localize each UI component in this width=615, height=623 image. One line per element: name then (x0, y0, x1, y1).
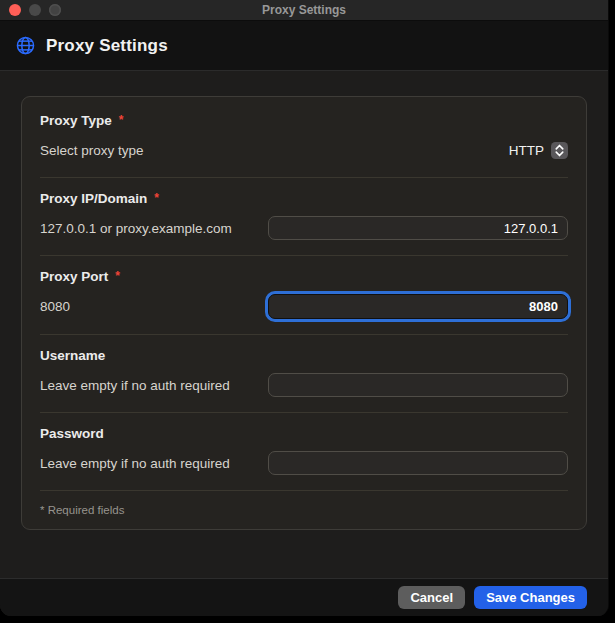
username-label: Username (40, 348, 105, 363)
window-title: Proxy Settings (0, 3, 608, 17)
field-proxy-type: Proxy Type * Select proxy type HTTP (40, 100, 568, 178)
settings-card: Proxy Type * Select proxy type HTTP (21, 96, 587, 530)
titlebar: Proxy Settings (0, 0, 608, 21)
password-field[interactable] (268, 451, 568, 475)
proxy-ip-input[interactable] (268, 216, 568, 240)
page-title: Proxy Settings (46, 36, 168, 56)
globe-icon (15, 35, 36, 56)
required-asterisk: * (154, 192, 159, 204)
close-icon[interactable] (9, 4, 21, 16)
proxy-port-input[interactable] (268, 294, 568, 319)
window-controls (9, 4, 61, 16)
proxy-settings-window: Proxy Settings Proxy Settings Proxy Type… (0, 0, 609, 616)
field-proxy-port: Proxy Port * 8080 (40, 256, 568, 335)
content-area: Proxy Type * Select proxy type HTTP (0, 71, 608, 578)
proxy-ip-label: Proxy IP/Domain (40, 191, 147, 206)
field-username: Username Leave empty if no auth required (40, 335, 568, 413)
required-asterisk: * (119, 114, 124, 126)
proxy-type-hint: Select proxy type (40, 143, 144, 158)
up-down-chevrons-icon (551, 142, 568, 159)
proxy-port-hint: 8080 (40, 299, 70, 314)
required-fields-note: * Required fields (40, 491, 568, 519)
dialog-footer: Cancel Save Changes (0, 578, 608, 616)
minimize-icon[interactable] (29, 4, 41, 16)
proxy-port-label: Proxy Port (40, 269, 108, 284)
cancel-button[interactable]: Cancel (398, 586, 465, 609)
username-hint: Leave empty if no auth required (40, 378, 230, 393)
password-label: Password (40, 426, 104, 441)
field-proxy-ip: Proxy IP/Domain * 127.0.0.1 or proxy.exa… (40, 178, 568, 256)
zoom-icon[interactable] (49, 4, 61, 16)
username-field[interactable] (268, 373, 568, 397)
proxy-type-select[interactable]: HTTP (509, 142, 568, 159)
proxy-type-label: Proxy Type (40, 113, 112, 128)
field-password: Password Leave empty if no auth required (40, 413, 568, 491)
proxy-ip-hint: 127.0.0.1 or proxy.example.com (40, 221, 232, 236)
required-asterisk: * (115, 270, 120, 282)
dialog-header: Proxy Settings (0, 21, 608, 71)
password-hint: Leave empty if no auth required (40, 456, 230, 471)
proxy-type-selected-value: HTTP (509, 143, 544, 158)
save-changes-button[interactable]: Save Changes (474, 586, 587, 609)
